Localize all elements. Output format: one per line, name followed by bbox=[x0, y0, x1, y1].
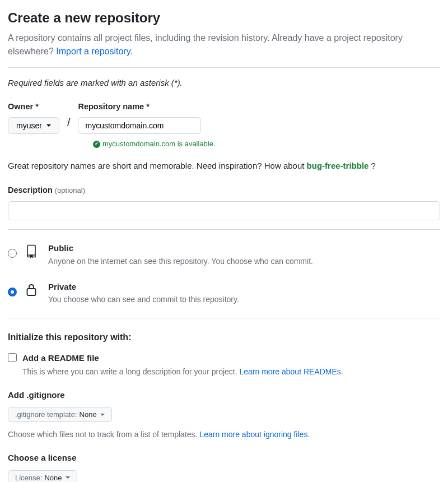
repo-name-input[interactable] bbox=[78, 117, 201, 134]
page-subtitle: A repository contains all project files,… bbox=[8, 31, 440, 58]
public-title: Public bbox=[48, 242, 313, 255]
readme-learn-link[interactable]: Learn more about READMEs. bbox=[240, 367, 343, 376]
page-title: Create a new repository bbox=[8, 8, 440, 28]
visibility-public-option[interactable]: Public Anyone on the internet can see th… bbox=[8, 239, 440, 277]
gitignore-helper: Choose which files not to track from a l… bbox=[8, 429, 440, 441]
suggested-name[interactable]: bug-free-tribble bbox=[307, 161, 369, 170]
readme-title: Add a README file bbox=[22, 352, 343, 365]
description-input[interactable] bbox=[8, 201, 440, 220]
caret-down-icon bbox=[100, 414, 105, 416]
readme-desc: This is where you can write a long descr… bbox=[22, 366, 343, 378]
visibility-private-option[interactable]: Private You choose who can see and commi… bbox=[8, 277, 440, 316]
private-desc: You choose who can see and commit to thi… bbox=[48, 294, 239, 305]
owner-repo-separator: / bbox=[67, 114, 71, 131]
license-select[interactable]: License: None bbox=[8, 470, 77, 483]
public-desc: Anyone on the internet can see this repo… bbox=[48, 256, 313, 267]
lock-icon bbox=[25, 283, 40, 300]
caret-down-icon bbox=[66, 476, 70, 479]
readme-checkbox[interactable] bbox=[8, 353, 17, 362]
divider bbox=[8, 67, 440, 68]
divider bbox=[8, 229, 440, 230]
repo-name-label: Repository name * bbox=[78, 101, 201, 113]
availability-status: ✓ mycustomdomain.com is available. bbox=[93, 138, 440, 150]
radio-public[interactable] bbox=[8, 249, 17, 258]
gitignore-label: Add .gitignore bbox=[8, 389, 440, 402]
owner-select[interactable]: myuser bbox=[8, 117, 59, 134]
gitignore-select[interactable]: .gitignore template: None bbox=[8, 407, 112, 422]
private-title: Private bbox=[48, 281, 239, 294]
readme-option[interactable]: Add a README file This is where you can … bbox=[8, 352, 440, 378]
gitignore-learn-link[interactable]: Learn more about ignoring files. bbox=[199, 430, 310, 439]
divider bbox=[8, 318, 440, 318]
caret-down-icon bbox=[46, 124, 51, 127]
check-circle-icon: ✓ bbox=[93, 141, 100, 148]
license-label: Choose a license bbox=[8, 452, 440, 465]
repo-icon bbox=[25, 244, 40, 261]
radio-private[interactable] bbox=[8, 288, 17, 296]
description-label: Description (optional) bbox=[8, 186, 85, 194]
svg-rect-0 bbox=[27, 289, 36, 295]
import-repository-link[interactable]: Import a repository. bbox=[56, 47, 133, 56]
owner-label: Owner * bbox=[8, 101, 59, 113]
inspiration-text: Great repository names are short and mem… bbox=[8, 160, 440, 173]
initialize-heading: Initialize this repository with: bbox=[8, 331, 440, 344]
required-fields-note: Required fields are marked with an aster… bbox=[8, 77, 440, 90]
